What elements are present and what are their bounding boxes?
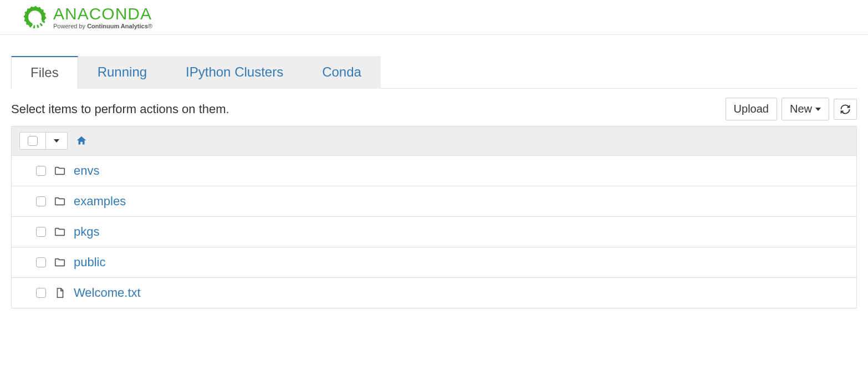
refresh-button[interactable] xyxy=(834,99,857,120)
tab-running[interactable]: Running xyxy=(78,56,166,89)
row-checkbox[interactable] xyxy=(36,288,46,298)
select-all-checkbox[interactable] xyxy=(20,133,45,149)
row-checkbox[interactable] xyxy=(36,227,46,237)
item-link[interactable]: public xyxy=(74,255,105,270)
item-link[interactable]: examples xyxy=(74,194,126,209)
row-checkbox[interactable] xyxy=(36,196,46,206)
select-menu-button[interactable] xyxy=(45,133,67,149)
new-dropdown-button[interactable]: New xyxy=(782,98,829,120)
list-item: public xyxy=(12,247,856,277)
caret-down-icon xyxy=(815,108,821,111)
tab-ipython-clusters[interactable]: IPython Clusters xyxy=(166,56,303,89)
item-link[interactable]: envs xyxy=(74,164,99,178)
breadcrumb-home[interactable] xyxy=(75,135,88,147)
tab-conda[interactable]: Conda xyxy=(303,56,381,89)
anaconda-logo-icon xyxy=(22,4,48,30)
brand-tagline: Powered by Continuum Analytics® xyxy=(53,23,152,29)
file-toolbar: Select items to perform actions on them.… xyxy=(11,89,857,126)
caret-down-icon xyxy=(54,139,59,143)
app-header: ANACONDA Powered by Continuum Analytics® xyxy=(0,0,868,35)
refresh-icon xyxy=(840,104,851,115)
row-checkbox[interactable] xyxy=(36,257,46,267)
select-all-group xyxy=(19,132,68,150)
tab-files[interactable]: Files xyxy=(11,56,78,89)
item-link[interactable]: pkgs xyxy=(74,225,99,239)
file-list-header xyxy=(12,126,856,156)
upload-button[interactable]: Upload xyxy=(726,98,777,120)
folder-icon xyxy=(54,226,66,238)
nav-tabs: FilesRunningIPython ClustersConda xyxy=(11,56,857,89)
folder-icon xyxy=(54,165,66,177)
action-hint: Select items to perform actions on them. xyxy=(11,102,229,116)
brand-text: ANACONDA Powered by Continuum Analytics® xyxy=(53,6,152,29)
file-icon xyxy=(54,287,66,299)
list-item: pkgs xyxy=(12,216,856,247)
checkbox-icon xyxy=(28,136,38,146)
list-item: envs xyxy=(12,156,856,186)
list-item: examples xyxy=(12,186,856,216)
brand-logo[interactable]: ANACONDA Powered by Continuum Analytics® xyxy=(22,4,868,30)
brand-name: ANACONDA xyxy=(53,6,152,22)
home-icon xyxy=(75,135,88,147)
file-list-panel: envsexamplespkgspublicWelcome.txt xyxy=(11,126,857,308)
folder-icon xyxy=(54,195,66,207)
item-link[interactable]: Welcome.txt xyxy=(74,286,141,300)
row-checkbox[interactable] xyxy=(36,166,46,176)
list-item: Welcome.txt xyxy=(12,277,856,308)
new-button-label: New xyxy=(790,103,812,115)
folder-icon xyxy=(54,256,66,268)
